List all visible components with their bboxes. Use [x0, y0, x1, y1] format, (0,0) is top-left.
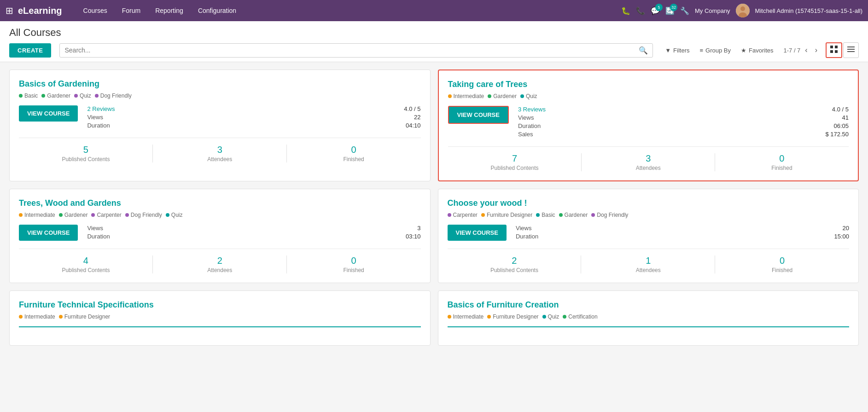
- dot-icon: [536, 213, 540, 217]
- duration-label: Duration: [87, 122, 110, 129]
- attendees-stat: 3 Attendees: [582, 153, 715, 171]
- views-value: 22: [414, 114, 420, 121]
- course-title[interactable]: Basics of Furniture Creation: [448, 300, 850, 310]
- reviews-row: 3 Reviews 4.0 / 5: [518, 106, 849, 113]
- course-tags: Intermediate Furniture Designer Quiz Cer…: [448, 313, 850, 320]
- sales-row: Sales $ 172.50: [518, 131, 849, 138]
- course-title[interactable]: Choose your wood !: [448, 198, 850, 208]
- published-label: Published Contents: [490, 267, 538, 273]
- nav-courses[interactable]: Courses: [76, 0, 115, 21]
- rating-value: 4.0 / 5: [832, 106, 849, 113]
- filters-label: Filters: [673, 47, 689, 54]
- view-course-button[interactable]: VIEW COURSE: [448, 225, 507, 241]
- view-course-button[interactable]: VIEW COURSE: [19, 105, 78, 122]
- user-avatar[interactable]: [736, 4, 750, 17]
- view-course-button[interactable]: VIEW COURSE: [19, 225, 78, 241]
- course-card-choose-wood: Choose your wood ! Carpenter Furniture D…: [438, 189, 859, 283]
- groupby-button[interactable]: ≡ Group By: [695, 45, 736, 56]
- views-label: Views: [87, 114, 103, 121]
- course-title[interactable]: Trees, Wood and Gardens: [19, 198, 421, 208]
- attendees-count: 1: [646, 255, 651, 266]
- course-title[interactable]: Basics of Gardening: [19, 79, 421, 89]
- kanban-icon: [830, 46, 838, 53]
- published-count: 7: [512, 153, 517, 164]
- nav-configuration[interactable]: Configuration: [191, 0, 244, 21]
- published-label: Published Contents: [62, 156, 110, 162]
- views-row: Views 20: [516, 225, 849, 232]
- tag-carpenter: Carpenter: [448, 212, 478, 218]
- dot-icon: [41, 94, 45, 98]
- prev-page-button[interactable]: ‹: [802, 45, 810, 55]
- attendees-count: 2: [217, 255, 222, 266]
- finished-label: Finished: [771, 165, 792, 171]
- published-contents-stat: 2 Published Contents: [448, 255, 582, 273]
- tag-dog-friendly: Dog Friendly: [591, 212, 628, 218]
- finished-label: Finished: [343, 267, 364, 273]
- course-title[interactable]: Taking care of Trees: [448, 80, 849, 89]
- phone-icon[interactable]: 📞: [636, 6, 645, 15]
- dot-icon: [563, 315, 566, 319]
- reviews-link[interactable]: 2 Reviews: [87, 105, 115, 112]
- card-middle: VIEW COURSE Views 20 Duration 15:00: [448, 225, 850, 241]
- view-toggle: [826, 42, 859, 58]
- groupby-icon: ≡: [700, 47, 704, 54]
- grid-menu-icon[interactable]: ⊞: [6, 5, 13, 16]
- header-row: All Courses: [0, 21, 868, 39]
- nav-reporting[interactable]: Reporting: [148, 0, 191, 21]
- dot-icon: [125, 213, 129, 217]
- tag-carpenter: Carpenter: [91, 212, 121, 218]
- tag-intermediate: Intermediate: [19, 313, 55, 320]
- courses-grid: Basics of Gardening Basic Gardener Quiz …: [9, 70, 859, 346]
- published-label: Published Contents: [491, 165, 539, 171]
- attendees-count: 3: [217, 145, 222, 155]
- rating-value: 4.0 / 5: [404, 105, 420, 112]
- page-title: All Courses: [9, 27, 61, 39]
- company-name[interactable]: My Company: [695, 7, 730, 14]
- reviews-row: 2 Reviews 4.0 / 5: [87, 105, 420, 112]
- search-icon[interactable]: 🔍: [639, 46, 648, 55]
- tag-furniture-designer: Furniture Designer: [59, 313, 110, 320]
- tag-intermediate: Intermediate: [448, 313, 484, 320]
- tag-gardener: Gardener: [59, 212, 88, 218]
- finished-label: Finished: [343, 156, 364, 162]
- reviews-link[interactable]: 3 Reviews: [518, 106, 546, 113]
- tag-dog-friendly: Dog Friendly: [95, 93, 132, 99]
- nav-forum[interactable]: Forum: [115, 0, 148, 21]
- next-page-button[interactable]: ›: [812, 45, 820, 55]
- tag-gardener: Gardener: [488, 93, 517, 99]
- finished-count: 0: [351, 145, 356, 155]
- duration-value: 04:10: [406, 122, 421, 129]
- tag-dog-friendly: Dog Friendly: [125, 212, 162, 218]
- sales-label: Sales: [518, 131, 533, 138]
- duration-row: Duration 03:10: [87, 233, 420, 240]
- tag-quiz: Quiz: [74, 93, 91, 99]
- filters-button[interactable]: ▼ Filters: [660, 45, 694, 56]
- search-input[interactable]: [64, 46, 639, 54]
- dot-icon: [559, 213, 563, 217]
- tag-basic: Basic: [536, 212, 555, 218]
- create-button[interactable]: CREATE: [9, 43, 51, 58]
- favorites-button[interactable]: ★ Favorites: [736, 45, 778, 56]
- dot-icon: [520, 94, 524, 98]
- chat-icon[interactable]: 💬 5: [651, 6, 660, 15]
- duration-value: 15:00: [834, 233, 849, 240]
- views-label: Views: [87, 225, 103, 232]
- views-value: 20: [843, 225, 849, 232]
- kanban-view-button[interactable]: [826, 42, 842, 58]
- pagination-text: 1-7 / 7: [783, 47, 800, 54]
- top-nav-right: 🐛 📞 💬 5 🔄 32 🔧 My Company Mitchell Admin…: [621, 4, 862, 17]
- attendees-label: Attendees: [207, 156, 232, 162]
- updates-icon[interactable]: 🔄 32: [665, 6, 675, 15]
- dot-icon: [448, 315, 451, 319]
- course-title[interactable]: Furniture Technical Specifications: [19, 300, 421, 310]
- bug-icon[interactable]: 🐛: [621, 6, 630, 15]
- duration-label: Duration: [518, 122, 541, 129]
- list-view-button[interactable]: [843, 42, 859, 58]
- sales-value: $ 172.50: [825, 131, 849, 138]
- attendees-stat: 2 Attendees: [153, 255, 287, 273]
- card-footer: 4 Published Contents 2 Attendees 0 Finis…: [19, 249, 421, 273]
- wrench-icon[interactable]: 🔧: [680, 6, 689, 15]
- published-count: 4: [83, 255, 88, 266]
- view-course-button[interactable]: VIEW COURSE: [448, 106, 509, 124]
- dot-icon: [19, 94, 23, 98]
